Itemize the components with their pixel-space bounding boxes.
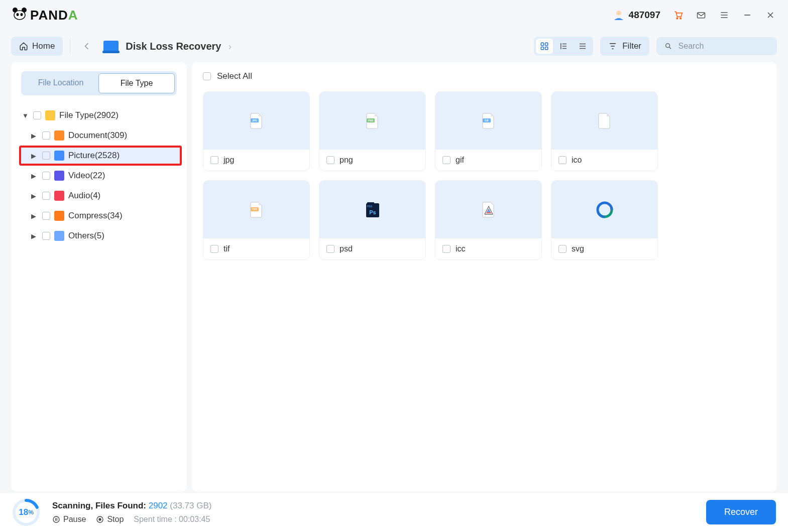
tree-item[interactable]: ▶ Others(5) (19, 226, 182, 246)
svg-point-3 (17, 13, 19, 16)
mail-icon[interactable] (696, 10, 707, 21)
file-type-card[interactable]: ico (551, 91, 658, 171)
checkbox[interactable] (326, 245, 334, 253)
tree-item[interactable]: ▶ Audio(4) (19, 186, 182, 206)
progress-suffix: % (28, 509, 34, 516)
tree-root[interactable]: ▼ File Type(2902) (19, 105, 182, 125)
svg-point-5 (616, 11, 621, 16)
filter-button[interactable]: Filter (600, 37, 649, 56)
svg-rect-9 (541, 43, 543, 45)
checkbox[interactable] (42, 212, 50, 220)
svg-point-33 (53, 516, 59, 522)
search-input[interactable] (679, 42, 769, 51)
svg-point-35 (99, 518, 101, 520)
select-all-checkbox[interactable] (203, 72, 211, 80)
card-thumb (435, 181, 541, 238)
file-type-card[interactable]: TIFF tif (203, 180, 310, 260)
logo-text: PANDA (30, 8, 78, 23)
svg-text:PSD: PSD (367, 205, 373, 208)
file-type-card[interactable]: svg (551, 180, 658, 260)
arrow-left-icon (82, 41, 92, 51)
svg-text:JPG: JPG (252, 119, 257, 122)
file-type-card[interactable]: PNG png (319, 91, 426, 171)
checkbox[interactable] (33, 111, 41, 119)
tree-item[interactable]: ▶ Document(309) (19, 125, 182, 146)
tree-item[interactable]: ▶ Video(22) (19, 166, 182, 186)
user-account[interactable]: 487097 (613, 9, 660, 21)
svg-rect-8 (698, 13, 705, 18)
checkbox[interactable] (42, 232, 50, 240)
checkbox[interactable] (42, 172, 50, 180)
back-button[interactable] (77, 37, 96, 56)
type-icon (54, 130, 64, 141)
search-icon (664, 42, 672, 51)
recover-button[interactable]: Recover (706, 500, 776, 524)
checkbox[interactable] (558, 156, 567, 164)
list-view-button[interactable] (574, 39, 591, 54)
cart-icon[interactable] (672, 10, 684, 21)
home-button[interactable]: Home (11, 37, 63, 56)
tab-file-type[interactable]: File Type (98, 73, 175, 93)
home-label: Home (32, 41, 55, 51)
card-thumb: PSDPs (319, 181, 425, 238)
svg-text:Ps: Ps (369, 209, 376, 215)
close-icon[interactable] (765, 10, 776, 21)
breadcrumb-title: Disk Loss Recovery (126, 41, 221, 52)
progress-value: 18 (19, 507, 28, 517)
checkbox[interactable] (42, 152, 50, 160)
tree-label: File Type(2902) (59, 110, 119, 120)
progress-ring: 18% (12, 498, 40, 526)
svg-text:TIFF: TIFF (252, 208, 257, 211)
stop-button[interactable]: Stop (96, 515, 124, 524)
tree-item[interactable]: ▶ Compress(34) (19, 206, 182, 226)
tree-label: Video(22) (68, 171, 105, 181)
stop-label: Stop (107, 515, 124, 524)
tree-label: Others(5) (68, 231, 104, 241)
checkbox[interactable] (442, 245, 451, 253)
checkbox[interactable] (442, 156, 451, 164)
found-size: (33.73 GB) (170, 501, 211, 510)
card-label: jpg (223, 156, 234, 165)
card-thumb: JPG (203, 92, 309, 150)
file-type-card[interactable]: JPG jpg (203, 91, 310, 171)
file-type-card[interactable]: PSDPs psd (319, 180, 426, 260)
checkbox[interactable] (326, 156, 334, 164)
disk-icon (103, 41, 119, 52)
search-box[interactable] (656, 37, 777, 55)
checkbox[interactable] (42, 131, 50, 140)
file-tree: ▼ File Type(2902) ▶ Document(309) ▶ Pict… (16, 105, 182, 246)
svg-point-7 (680, 18, 682, 19)
detail-view-button[interactable] (555, 39, 572, 54)
svg-point-4 (21, 13, 23, 16)
content-area: Select All JPG jpg PNG png GIF gif ico T… (192, 62, 777, 492)
tab-file-location[interactable]: File Location (23, 73, 98, 93)
minimize-icon[interactable] (742, 10, 753, 21)
type-icon (54, 151, 64, 161)
avatar-icon (613, 9, 625, 21)
file-type-card[interactable]: icc (435, 180, 542, 260)
panda-icon (12, 7, 27, 24)
home-icon (19, 42, 28, 51)
checkbox[interactable] (210, 245, 218, 253)
grid-view-button[interactable] (536, 39, 553, 54)
tree-item[interactable]: ▶ Picture(2528) (19, 146, 182, 166)
type-icon (54, 231, 64, 241)
file-type-card[interactable]: GIF gif (435, 91, 542, 171)
pause-button[interactable]: Pause (52, 515, 86, 524)
scanning-label: Scanning, Files Found: (52, 501, 146, 510)
user-id: 487097 (629, 10, 660, 21)
pause-icon (52, 515, 60, 523)
card-thumb (551, 92, 657, 150)
svg-text:GIF: GIF (484, 119, 488, 122)
caret-right-icon: ▶ (31, 232, 38, 240)
pause-label: Pause (63, 515, 86, 524)
stop-icon (96, 515, 104, 523)
checkbox[interactable] (210, 156, 218, 164)
svg-text:PNG: PNG (368, 119, 373, 122)
menu-icon[interactable] (719, 10, 730, 21)
caret-right-icon: ▶ (31, 132, 38, 140)
checkbox[interactable] (42, 192, 50, 200)
checkbox[interactable] (558, 245, 567, 253)
type-icon (54, 211, 64, 221)
card-thumb: GIF (435, 92, 541, 150)
